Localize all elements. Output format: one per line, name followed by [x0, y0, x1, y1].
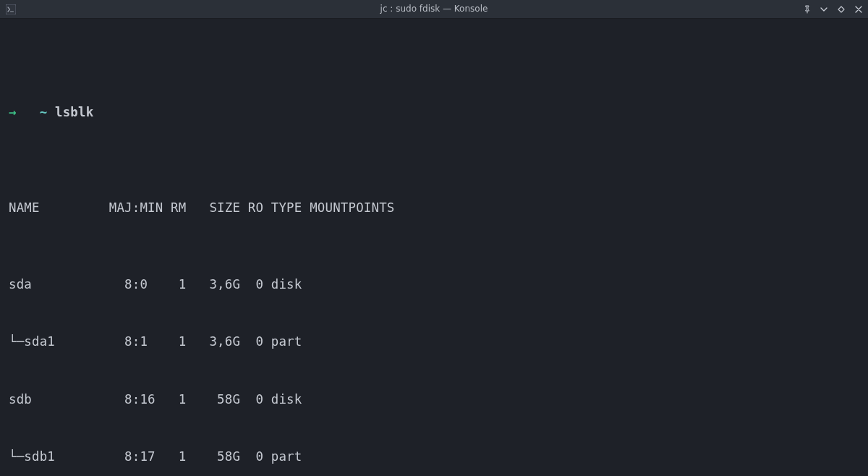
window-titlebar: jc : sudo fdisk — Konsole [0, 0, 868, 19]
window-title: jc : sudo fdisk — Konsole [380, 2, 488, 15]
close-icon[interactable] [854, 4, 864, 14]
lsblk-row: sda 8:0 1 3,6G 0 disk [9, 275, 859, 294]
prompt-arrow: → [9, 105, 17, 119]
minimize-icon[interactable] [819, 4, 829, 14]
lsblk-row: └─sdb1 8:17 1 58G 0 part [9, 447, 859, 466]
prompt-tilde: ~ [40, 105, 48, 119]
lsblk-header: NAME MAJ:MIN RM SIZE RO TYPE MOUNTPOINTS [9, 198, 859, 217]
terminal-output[interactable]: → ~ lsblk NAME MAJ:MIN RM SIZE RO TYPE M… [0, 19, 868, 476]
lsblk-row: sdb 8:16 1 58G 0 disk [9, 390, 859, 409]
svg-rect-0 [6, 4, 16, 14]
command-lsblk: lsblk [55, 105, 93, 119]
app-icon [6, 4, 16, 14]
lsblk-row: └─sda1 8:1 1 3,6G 0 part [9, 332, 859, 351]
window-controls [801, 4, 864, 14]
maximize-icon[interactable] [836, 4, 846, 14]
pin-icon[interactable] [801, 4, 812, 14]
prompt-line-1: → ~ lsblk [9, 103, 859, 122]
